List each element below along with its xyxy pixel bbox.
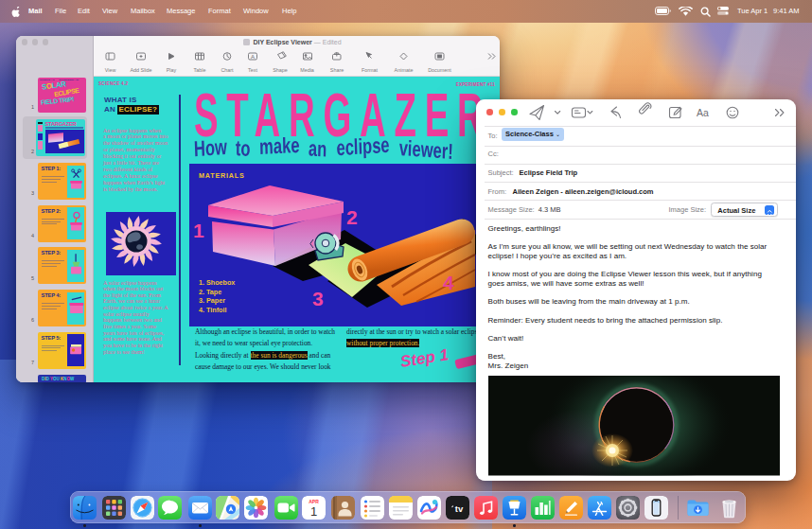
svg-text:1. Shoebox: 1. Shoebox [199,278,235,287]
svg-text:3: 3 [312,288,324,309]
svg-text:Format: Format [362,67,379,73]
svg-text:Text: Text [248,67,257,73]
svg-text:Shape: Shape [273,67,288,73]
svg-text:Animate: Animate [395,67,414,73]
svg-text:3. Paper: 3. Paper [199,296,225,305]
svg-text:Add Slide: Add Slide [130,67,151,73]
svg-text:2. Tape: 2. Tape [199,288,221,296]
svg-text:MATERIALS: MATERIALS [199,171,245,180]
svg-text:Document: Document [428,67,451,73]
svg-text:1: 1 [193,220,204,241]
svg-text:Table: Table [194,67,206,73]
svg-text:1: 1 [310,504,317,519]
svg-text:Chart: Chart [221,67,234,73]
svg-text:Play: Play [167,67,177,73]
svg-text:tv: tv [454,503,463,514]
svg-text:4: 4 [443,272,454,293]
svg-text:Media: Media [300,67,314,73]
svg-text:4. Tinfoil: 4. Tinfoil [199,306,226,314]
svg-text:A: A [251,54,255,60]
svg-text:Aa: Aa [697,107,709,118]
svg-text:2: 2 [346,206,358,228]
svg-text:Share: Share [330,67,344,73]
svg-text:View: View [105,67,116,73]
